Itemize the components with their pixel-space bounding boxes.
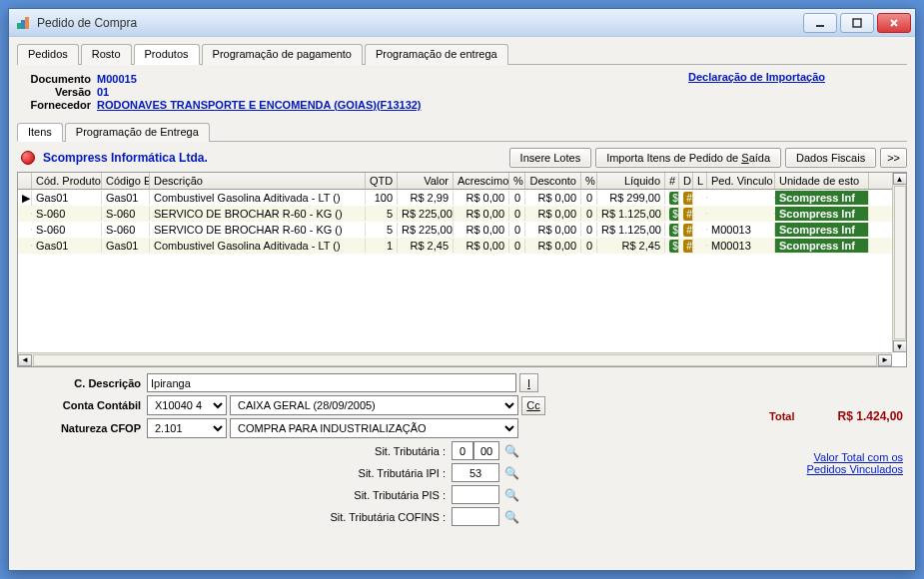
sit-ipi-search-icon[interactable]: 🔍 — [502, 463, 521, 482]
col-liquido[interactable]: Líquido — [597, 173, 665, 189]
col-qtd[interactable]: QTD — [366, 173, 398, 189]
valor-total-link-line1[interactable]: Valor Total com os — [814, 451, 903, 463]
total-label: Total — [769, 410, 794, 422]
sit-pis-label: Sit. Tributária PIS : — [17, 489, 452, 501]
sit-ipi-label: Sit. Tributária IPI : — [17, 467, 452, 479]
hash-badge-icon[interactable]: # — [683, 224, 693, 237]
cfop-code-select[interactable]: 2.101 — [147, 418, 227, 438]
toolbar: Insere Lotes Importa Itens de Pedido de … — [509, 148, 907, 168]
conta-button[interactable]: Cc — [521, 396, 545, 415]
dados-fiscais-button[interactable]: Dados Fiscais — [785, 148, 876, 168]
currency-badge-icon[interactable]: $ — [669, 208, 679, 221]
grid-body: ▶Gas01Gas01Combustivel Gasolina Aditivad… — [18, 190, 906, 254]
conta-code-select[interactable]: X10040 4 — [147, 395, 227, 415]
tab-prog-entrega[interactable]: Programação de entrega — [365, 44, 508, 65]
col-valor[interactable]: Valor — [398, 173, 454, 189]
sit-cofins-label: Sit. Tributária COFINS : — [17, 511, 452, 523]
table-row[interactable]: ▶Gas01Gas01Combustivel Gasolina Aditivad… — [18, 190, 906, 206]
col-descricao[interactable]: Descrição — [150, 173, 366, 189]
tab-rosto[interactable]: Rosto — [81, 44, 132, 65]
currency-badge-icon[interactable]: $ — [669, 192, 679, 205]
scrollbar-vertical[interactable]: ▲ ▼ — [892, 173, 906, 352]
col-unidade[interactable]: Unidade de esto — [775, 173, 869, 189]
totals-panel: Total R$ 1.424,00 Valor Total com os Ped… — [727, 373, 907, 529]
cdescricao-button[interactable]: I — [519, 373, 538, 392]
scroll-right-icon[interactable]: ► — [878, 354, 892, 366]
col-l[interactable]: L — [693, 173, 707, 189]
hash-badge-icon[interactable]: # — [683, 240, 693, 253]
items-grid[interactable]: Cód. Produto Código E Descrição QTD Valo… — [17, 172, 907, 367]
versao-value: 01 — [97, 86, 109, 98]
col-ped-vinculo[interactable]: Ped. Vinculo — [707, 173, 775, 189]
currency-badge-icon[interactable]: $ — [669, 240, 679, 253]
sit-cofins-search-icon[interactable]: 🔍 — [502, 507, 521, 526]
app-icon — [15, 15, 31, 31]
row-marker-icon — [18, 213, 32, 215]
table-row[interactable]: S-060S-060SERVICO DE BROCHAR R-60 - KG (… — [18, 222, 906, 238]
tab-prog-pagamento[interactable]: Programação de pagamento — [202, 44, 363, 65]
col-codigo-e[interactable]: Código E — [102, 173, 150, 189]
svg-rect-1 — [21, 20, 25, 29]
row-marker-icon: ▶ — [18, 191, 32, 206]
importa-itens-button[interactable]: Importa Itens de Pedido de Saída — [595, 148, 781, 168]
col-desconto[interactable]: Desconto — [525, 173, 581, 189]
scrollbar-horizontal[interactable]: ◄ ► — [18, 352, 892, 366]
currency-badge-icon[interactable]: $ — [669, 224, 679, 237]
window-title: Pedido de Compra — [37, 16, 803, 30]
svg-rect-0 — [17, 23, 21, 29]
col-pct-acres[interactable]: % — [509, 173, 525, 189]
subtab-itens[interactable]: Itens — [17, 123, 63, 142]
maximize-button[interactable] — [840, 13, 874, 33]
sit-trib-search-icon[interactable]: 🔍 — [502, 441, 521, 460]
documento-label: Documento — [19, 73, 97, 85]
row-marker-icon — [18, 245, 32, 247]
scroll-up-icon[interactable]: ▲ — [893, 173, 907, 185]
row-marker-icon — [18, 229, 32, 231]
fornecedor-label: Fornecedor — [19, 99, 97, 111]
cdescricao-input[interactable] — [147, 373, 516, 392]
cdescricao-label: C. Descrição — [17, 377, 147, 389]
cfop-desc-select[interactable]: COMPRA PARA INDUSTRIALIZAÇÃO — [230, 418, 518, 438]
app-window: Pedido de Compra Pedidos Rosto Produtos … — [8, 8, 916, 571]
svg-rect-4 — [853, 19, 861, 27]
col-hash[interactable]: # — [665, 173, 679, 189]
sit-pis-input[interactable] — [452, 485, 499, 504]
sit-cofins-input[interactable] — [452, 507, 499, 526]
conta-contabil-label: Conta Contábil — [17, 399, 147, 411]
sit-trib-b-input[interactable] — [473, 441, 499, 460]
more-button[interactable]: >> — [880, 148, 907, 168]
conta-desc-select[interactable]: CAIXA GERAL (28/09/2005) — [230, 395, 518, 415]
hash-badge-icon[interactable]: # — [683, 208, 693, 221]
table-row[interactable]: S-060S-060SERVICO DE BROCHAR R-60 - KG (… — [18, 206, 906, 222]
fornecedor-link[interactable]: RODONAVES TRANSPORTE E ENCOMENDA (GOIAS)… — [97, 99, 422, 111]
scroll-left-icon[interactable]: ◄ — [18, 354, 32, 366]
table-row[interactable]: Gas01Gas01Combustivel Gasolina Aditivada… — [18, 238, 906, 254]
col-d[interactable]: D — [679, 173, 693, 189]
close-button[interactable] — [877, 13, 911, 33]
valor-total-link-line2[interactable]: Pedidos Vinculados — [807, 463, 903, 475]
main-tabstrip: Pedidos Rosto Produtos Programação de pa… — [17, 43, 907, 65]
col-pct-desc[interactable]: % — [581, 173, 597, 189]
scroll-down-icon[interactable]: ▼ — [893, 340, 907, 352]
tab-pedidos[interactable]: Pedidos — [17, 44, 79, 65]
subtab-prog-entrega[interactable]: Programação de Entrega — [65, 123, 210, 142]
hash-badge-icon[interactable]: # — [683, 192, 693, 205]
titlebar: Pedido de Compra — [9, 9, 915, 37]
sit-pis-search-icon[interactable]: 🔍 — [502, 485, 521, 504]
sit-ipi-input[interactable] — [452, 463, 499, 482]
minimize-button[interactable] — [803, 13, 837, 33]
sit-trib-a-input[interactable] — [452, 441, 473, 460]
col-cod-produto[interactable]: Cód. Produto — [32, 173, 102, 189]
svg-rect-2 — [25, 17, 29, 29]
company-name: Scompress Informática Ltda. — [43, 151, 501, 165]
item-detail-form: C. Descrição I Conta Contábil X10040 4 C… — [17, 373, 719, 529]
svg-rect-3 — [816, 25, 824, 27]
sit-trib-label: Sit. Tributária : — [17, 445, 452, 457]
insere-lotes-button[interactable]: Insere Lotes — [509, 148, 592, 168]
client-area: Pedidos Rosto Produtos Programação de pa… — [9, 37, 915, 570]
col-acrescimo[interactable]: Acrescimo — [454, 173, 509, 189]
tab-produtos[interactable]: Produtos — [134, 44, 200, 65]
declaracao-link[interactable]: Declaração de Importação — [688, 71, 825, 83]
documento-value: M00015 — [97, 73, 137, 85]
cfop-label: Natureza CFOP — [17, 422, 147, 434]
